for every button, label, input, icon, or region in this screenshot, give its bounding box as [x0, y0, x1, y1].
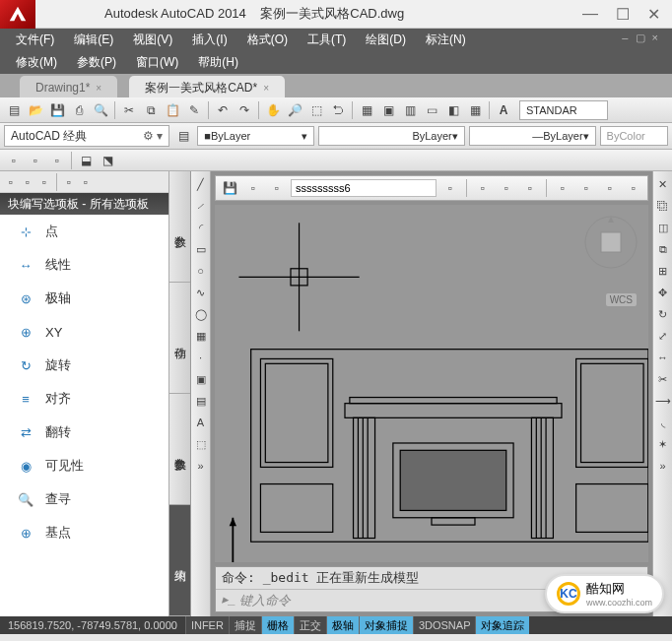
line-icon[interactable]: ╱ — [192, 175, 210, 193]
sidetab-参数集[interactable]: 参数集 — [169, 394, 190, 505]
pal-btn4[interactable]: ▫ — [62, 175, 76, 189]
markup-icon[interactable]: ◧ — [443, 100, 463, 120]
extend-icon[interactable]: ⟶ — [654, 392, 672, 410]
workspace-selector[interactable]: AutoCAD 经典⚙ ▾ — [4, 125, 169, 147]
be-save-icon[interactable]: 💾 — [220, 178, 239, 198]
menu-格式(O)[interactable]: 格式(O) — [237, 29, 298, 51]
text-style-icon[interactable]: A — [494, 100, 513, 120]
be-test-icon[interactable]: ▫ — [267, 178, 287, 198]
pal-btn3[interactable]: ▫ — [37, 175, 51, 189]
block-icon[interactable]: ▣ — [192, 370, 210, 388]
status-极轴[interactable]: 极轴 — [326, 616, 359, 634]
properties-icon[interactable]: ▦ — [357, 100, 376, 120]
palette-item-翻转[interactable]: ⇄翻转 — [0, 416, 168, 449]
zoom-window-icon[interactable]: ⬚ — [306, 100, 326, 120]
block-icon-2[interactable]: ▫ — [26, 151, 45, 170]
status-正交[interactable]: 正交 — [294, 616, 326, 634]
text-style-combo[interactable]: STANDAR — [519, 100, 608, 120]
status-捕捉[interactable]: 捕捉 — [229, 616, 261, 634]
maximize-button[interactable]: ☐ — [616, 5, 630, 24]
be-c-icon[interactable]: ▫ — [520, 178, 540, 198]
sidetab-参数[interactable]: 参数 — [169, 171, 190, 283]
be-d-icon[interactable]: ▫ — [553, 178, 572, 198]
palette-item-极轴[interactable]: ⊛极轴 — [0, 282, 168, 315]
rect-icon[interactable]: ▭ — [192, 240, 210, 258]
menu-标注(N)[interactable]: 标注(N) — [416, 29, 476, 51]
tab-close-icon[interactable]: × — [96, 83, 101, 94]
menu-绘图(D)[interactable]: 绘图(D) — [356, 29, 416, 51]
block-icon-5[interactable]: ⬔ — [98, 151, 117, 170]
be-g-icon[interactable]: ▫ — [624, 178, 643, 198]
doc-tab[interactable]: Drawing1*× — [20, 76, 117, 97]
status-栅格[interactable]: 栅格 — [261, 616, 294, 634]
trim-icon[interactable]: ✂ — [654, 370, 672, 388]
scale-icon[interactable]: ⤢ — [654, 327, 672, 345]
block-icon-1[interactable]: ▫ — [4, 151, 24, 170]
mirror-icon[interactable]: ◫ — [654, 219, 672, 236]
status-3DOSNAP[interactable]: 3DOSNAP — [413, 616, 476, 634]
menu-修改(M)[interactable]: 修改(M) — [6, 51, 67, 74]
hatch-icon[interactable]: ▦ — [192, 327, 210, 345]
menu-工具(T)[interactable]: 工具(T) — [298, 29, 356, 51]
linetype-combo[interactable]: ByLayer ▾ — [318, 126, 465, 146]
design-center-icon[interactable]: ▣ — [378, 100, 398, 120]
mtext-icon[interactable]: A — [192, 414, 210, 431]
block-icon-4[interactable]: ⬓ — [76, 151, 96, 170]
calc-icon[interactable]: ▦ — [465, 100, 485, 120]
palette-item-旋转[interactable]: ↻旋转 — [0, 349, 168, 382]
status-对象捕捉[interactable]: 对象捕捉 — [359, 616, 413, 634]
undo-icon[interactable]: ↶ — [213, 100, 233, 120]
palette-item-点[interactable]: ⊹点 — [0, 215, 168, 248]
layer-props-icon[interactable]: ▤ — [173, 126, 193, 146]
ellipse-icon[interactable]: ◯ — [192, 305, 210, 323]
more-icon[interactable]: » — [192, 457, 210, 475]
save-icon[interactable]: 💾 — [47, 100, 67, 120]
preview-icon[interactable]: 🔍 — [91, 100, 110, 120]
offset-icon[interactable]: ⧉ — [654, 240, 672, 258]
menu-帮助(H)[interactable]: 帮助(H) — [188, 51, 248, 74]
palette-item-基点[interactable]: ⊕基点 — [0, 516, 168, 549]
menu-视图(V)[interactable]: 视图(V) — [123, 29, 182, 51]
be-saveas-icon[interactable]: ▫ — [243, 178, 263, 198]
status-INFER[interactable]: INFER — [185, 616, 229, 634]
open-icon[interactable]: 📂 — [26, 100, 45, 120]
cut-icon[interactable]: ✂ — [119, 100, 139, 120]
menu-编辑(E)[interactable]: 编辑(E) — [64, 29, 123, 51]
sidetab-约束[interactable]: 约束 — [169, 505, 190, 616]
wcs-label[interactable]: WCS — [606, 293, 637, 306]
palette-item-可见性[interactable]: ◉可见性 — [0, 449, 168, 482]
explode-icon[interactable]: ✶ — [654, 435, 672, 453]
arc-icon[interactable]: ◜ — [192, 219, 210, 236]
pan-icon[interactable]: ✋ — [263, 100, 283, 120]
sheet-icon[interactable]: ▭ — [422, 100, 441, 120]
more2-icon[interactable]: » — [654, 457, 672, 475]
stretch-icon[interactable]: ↔ — [654, 349, 672, 366]
block-icon-3[interactable]: ▫ — [47, 151, 67, 170]
match-icon[interactable]: ✎ — [184, 100, 204, 120]
move-icon[interactable]: ✥ — [654, 284, 672, 301]
doc-tab[interactable]: 案例一美式风格CAD*× — [129, 76, 285, 97]
be-close-icon[interactable]: ▫ — [440, 178, 460, 198]
print-icon[interactable]: ⎙ — [69, 100, 89, 120]
minimize-button[interactable]: — — [582, 5, 598, 24]
mdi-controls[interactable]: – ▢ × — [616, 29, 666, 51]
pal-btn5[interactable]: ▫ — [79, 175, 93, 189]
new-icon[interactable]: ▤ — [4, 100, 24, 120]
palette-item-查寻[interactable]: 🔍查寻 — [0, 482, 168, 516]
zoom-prev-icon[interactable]: ⮌ — [328, 100, 348, 120]
palette-item-线性[interactable]: ↔线性 — [0, 248, 168, 282]
pline-icon[interactable]: ⟋ — [192, 197, 210, 215]
lineweight-combo[interactable]: — ByLayer ▾ — [469, 126, 596, 146]
block-name-input[interactable] — [291, 179, 437, 197]
copy-icon[interactable]: ⧉ — [141, 100, 161, 120]
spline-icon[interactable]: ∿ — [192, 284, 210, 301]
menu-窗口(W)[interactable]: 窗口(W) — [126, 51, 188, 74]
tab-close-icon[interactable]: × — [263, 83, 269, 94]
be-f-icon[interactable]: ▫ — [600, 178, 620, 198]
circle-icon[interactable]: ○ — [192, 262, 210, 280]
viewcube[interactable] — [581, 213, 640, 272]
pal-btn1[interactable]: ▫ — [4, 175, 18, 189]
gear-icon[interactable]: ⚙ ▾ — [143, 129, 163, 143]
point-icon[interactable]: · — [192, 349, 210, 366]
menu-参数(P)[interactable]: 参数(P) — [67, 51, 126, 74]
